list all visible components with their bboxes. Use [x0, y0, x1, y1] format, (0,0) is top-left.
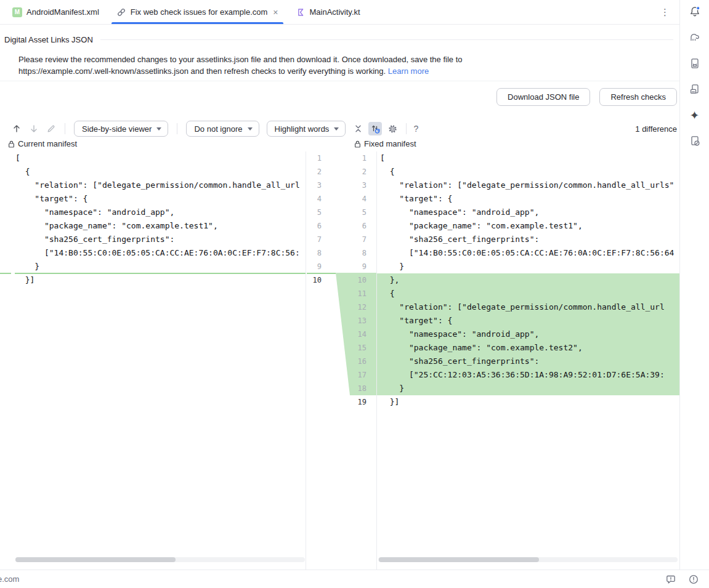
tab-androidmanifest[interactable]: M AndroidManifest.xml [4, 0, 108, 24]
line-number: 7 [342, 233, 367, 246]
status-text: e.com [0, 574, 19, 584]
fixed-manifest-editor[interactable]: [ { "relation": ["delegate_permission/co… [376, 151, 679, 570]
insertion-marker [15, 273, 306, 274]
lock-icon [354, 140, 362, 148]
line-number: 6 [342, 219, 367, 233]
ignore-policy-dropdown[interactable]: Do not ignore [186, 121, 259, 137]
highlighting-mode-dropdown[interactable]: Highlight words [267, 121, 346, 137]
line-number: 6 [307, 219, 322, 233]
line-number: 1 [342, 151, 367, 165]
kotlin-file-icon [296, 7, 306, 17]
close-icon[interactable]: × [273, 7, 278, 17]
code-line[interactable]: }, [377, 273, 679, 287]
code-line[interactable]: "package_name": "com.example.test2", [377, 341, 679, 355]
gradle-icon[interactable] [686, 31, 703, 44]
left-pane-title: Current manifest [7, 139, 77, 148]
code-line[interactable]: "target": { [377, 314, 679, 328]
left-horizontal-scrollbar[interactable] [15, 557, 305, 562]
code-line[interactable]: ["25:CC:12:03:A5:36:36:5D:1A:98:A9:52:01… [377, 368, 679, 382]
line-number: 2 [342, 165, 367, 179]
line-number: 17 [342, 368, 367, 382]
code-line[interactable]: "namespace": "android_app", [0, 206, 306, 219]
code-line[interactable]: "package_name": "com.example.test1", [0, 219, 306, 233]
current-manifest-editor[interactable]: [ { "relation": ["delegate_permission/co… [0, 151, 306, 570]
code-line[interactable]: "namespace": "android_app", [377, 206, 679, 219]
right-horizontal-scrollbar[interactable] [378, 557, 678, 562]
notifications-icon[interactable] [686, 6, 703, 18]
line-number: 7 [307, 233, 322, 246]
line-number: 5 [307, 206, 322, 219]
chevron-down-icon [248, 127, 253, 131]
code-line[interactable]: } [377, 382, 679, 395]
feedback-icon[interactable] [665, 574, 676, 585]
insertion-marker [0, 273, 11, 274]
code-line[interactable]: [ [377, 151, 679, 165]
code-line[interactable]: ["14:B0:55:C0:0E:05:05:CA:CC:AE:76:0A:0C… [0, 246, 306, 260]
left-line-numbers: 12345678910 [307, 151, 322, 287]
code-line[interactable]: "package_name": "com.example.test1", [377, 219, 679, 233]
android-studio-window: M AndroidManifest.xml Fix web check issu… [0, 0, 709, 588]
line-number: 8 [307, 246, 322, 260]
viewer-mode-dropdown[interactable]: Side-by-side viewer [74, 121, 168, 137]
line-number: 10 [307, 273, 322, 287]
code-line[interactable]: ["14:B0:55:C0:0E:05:05:CA:CC:AE:76:0A:0C… [377, 246, 679, 260]
line-number: 5 [342, 206, 367, 219]
running-devices-icon[interactable] [686, 83, 703, 95]
code-line[interactable]: "relation": ["delegate_permission/common… [377, 179, 679, 192]
code-line[interactable]: } [0, 260, 306, 273]
edit-icon[interactable] [44, 122, 58, 135]
device-manager-icon[interactable] [686, 57, 703, 70]
gear-icon[interactable] [386, 122, 399, 135]
code-line[interactable]: } [377, 260, 679, 273]
tab-label: AndroidManifest.xml [26, 7, 99, 17]
refresh-checks-button[interactable]: Refresh checks [599, 88, 677, 106]
divider [177, 123, 177, 134]
help-icon[interactable]: ? [413, 124, 418, 134]
code-line[interactable]: }] [0, 273, 306, 287]
problems-icon[interactable] [688, 574, 699, 585]
divider [65, 123, 65, 134]
instructions-text: Please review the recommended changes to… [18, 54, 462, 77]
tab-label: MainActivity.kt [310, 7, 360, 17]
code-line[interactable]: "relation": ["delegate_permission/common… [377, 300, 679, 314]
more-options-icon[interactable]: ⋮ [660, 7, 670, 18]
code-line[interactable]: { [377, 287, 679, 300]
gemini-icon[interactable]: ✦ [686, 109, 703, 121]
line-number: 15 [342, 341, 367, 355]
editor-tab-bar: M AndroidManifest.xml Fix web check issu… [0, 0, 679, 25]
line-number: 4 [342, 192, 367, 206]
right-code-lines: [ { "relation": ["delegate_permission/co… [377, 151, 679, 409]
code-line[interactable]: }] [377, 395, 679, 409]
code-line[interactable]: [ [0, 151, 306, 165]
code-line[interactable]: "target": { [0, 192, 306, 206]
learn-more-link[interactable]: Learn more [388, 66, 429, 76]
code-line[interactable]: "target": { [377, 192, 679, 206]
code-line[interactable]: { [0, 165, 306, 179]
line-number: 11 [342, 287, 367, 300]
line-number: 9 [342, 260, 367, 273]
app-links-assistant-icon[interactable] [686, 135, 703, 147]
line-number: 14 [342, 328, 367, 341]
code-line[interactable]: "namespace": "android_app", [377, 328, 679, 341]
code-line[interactable]: "relation": ["delegate_permission/common… [0, 179, 306, 192]
line-number: 2 [307, 165, 322, 179]
code-line[interactable]: "sha256_cert_fingerprints": [377, 355, 679, 368]
line-number: 3 [307, 179, 322, 192]
code-line[interactable]: "sha256_cert_fingerprints": [0, 233, 306, 246]
left-code-lines: [ { "relation": ["delegate_permission/co… [0, 151, 306, 287]
chevron-down-icon [156, 127, 161, 131]
collapse-unchanged-icon[interactable] [351, 122, 365, 135]
line-number: 18 [342, 382, 367, 395]
synchronize-scrolling-toggle[interactable] [368, 122, 382, 135]
previous-difference-icon[interactable] [10, 122, 23, 135]
link-icon [116, 7, 126, 17]
tab-fix-web-check-issues[interactable]: Fix web check issues for example.com × [108, 0, 287, 24]
download-json-button[interactable]: Download JSON file [496, 88, 590, 106]
next-difference-icon[interactable] [27, 122, 41, 135]
code-line[interactable]: { [377, 165, 679, 179]
page-title: Digital Asset Links JSON [4, 35, 93, 44]
status-bar: e.com [0, 570, 709, 588]
tab-mainactivity[interactable]: MainActivity.kt [287, 0, 369, 24]
code-line[interactable]: "sha256_cert_fingerprints": [377, 233, 679, 246]
divider [0, 81, 679, 81]
